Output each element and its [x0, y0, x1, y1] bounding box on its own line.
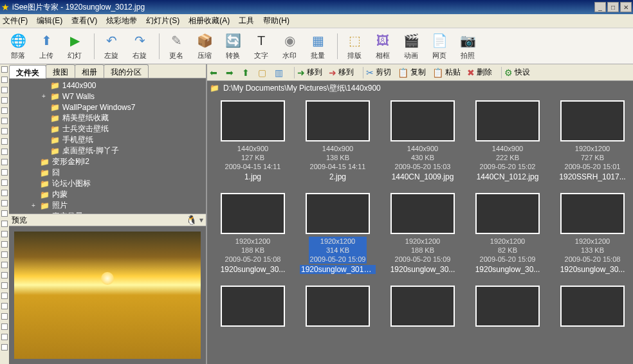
thumbnail[interactable]: 1920x1200727 KB2009-05-20 15:011920SSRH_… — [555, 100, 630, 181]
menu-item[interactable]: 工具 — [239, 15, 254, 26]
expand-icon[interactable]: + — [30, 202, 37, 209]
marker-checkbox[interactable] — [1, 282, 8, 289]
toolbar-更名[interactable]: ✎更名 — [163, 32, 189, 60]
thumbnail[interactable] — [385, 286, 461, 327]
marker-checkbox[interactable] — [1, 293, 8, 299]
marker-checkbox[interactable] — [1, 344, 8, 350]
thumbnail[interactable] — [470, 286, 546, 327]
marker-checkbox[interactable] — [1, 66, 8, 73]
menu-item[interactable]: 文件(F) — [3, 15, 28, 26]
toolbar-文字[interactable]: T文字 — [248, 32, 274, 60]
marker-checkbox[interactable] — [1, 231, 8, 237]
thumbnail[interactable]: 1920x1200133 KB2009-05-20 15:081920sungl… — [555, 193, 630, 274]
tree-node[interactable]: 📁WallPaper Windows7 — [9, 102, 206, 113]
minimize-button[interactable]: _ — [594, 2, 606, 12]
tree-node[interactable]: +📁W7 Walls — [9, 91, 206, 102]
thumbnail[interactable]: 1440x900222 KB2009-05-20 15:021440CN_101… — [470, 100, 546, 181]
marker-checkbox[interactable] — [1, 169, 8, 176]
tree-node[interactable]: 📁手机壁纸 — [9, 134, 206, 145]
thumbnail[interactable] — [555, 286, 630, 327]
action-移到[interactable]: ➜移到 — [329, 67, 354, 78]
marker-checkbox[interactable] — [1, 210, 8, 217]
tree-node[interactable]: 📁内蒙 — [9, 189, 206, 200]
menu-item[interactable]: 帮助(H) — [263, 15, 289, 26]
tree-node[interactable]: 📁桌面壁纸-脚丫子 — [9, 145, 206, 156]
toolbar-左旋[interactable]: ↶左旋 — [98, 32, 124, 60]
action-nav[interactable]: ➡ — [226, 68, 235, 78]
toolbar-排版[interactable]: ⬚排版 — [342, 32, 367, 60]
menu-item[interactable]: 相册收藏(A) — [188, 15, 230, 26]
preview-menu-icon[interactable]: ▾ — [199, 215, 203, 224]
action-复制[interactable]: 📋复制 — [398, 67, 426, 78]
action-nav[interactable]: ⬆ — [242, 68, 252, 78]
tree-node[interactable]: 📁变形金刚I2 — [9, 156, 206, 167]
tab-文件夹[interactable]: 文件夹 — [9, 65, 46, 78]
action-快设[interactable]: ⚙快设 — [504, 67, 530, 78]
toolbar-拍照[interactable]: 📷拍照 — [455, 32, 481, 60]
action-nav[interactable]: ▥ — [275, 68, 285, 78]
marker-checkbox[interactable] — [1, 190, 8, 196]
menu-item[interactable]: 炫彩地带 — [106, 15, 137, 26]
thumbnail[interactable]: 1920x120082 KB2009-05-20 15:091920sunglo… — [470, 193, 546, 274]
marker-checkbox[interactable] — [1, 97, 8, 104]
marker-checkbox[interactable] — [1, 313, 8, 320]
tree-node[interactable]: 📁论坛小图标 — [9, 178, 206, 189]
marker-checkbox[interactable] — [1, 159, 8, 165]
marker-checkbox[interactable] — [1, 200, 8, 206]
action-nav[interactable]: ⬅ — [210, 68, 219, 78]
thumbnail[interactable]: 1440x900127 KB2009-04-15 14:111.jpg — [215, 100, 291, 181]
action-粘贴[interactable]: 📋粘贴 — [432, 67, 461, 78]
marker-checkbox[interactable] — [1, 323, 8, 330]
thumbnail[interactable]: 1920x1200314 KB2009-05-20 15:091920sungl… — [300, 193, 376, 274]
marker-checkbox[interactable] — [1, 221, 8, 227]
toolbar-网页[interactable]: 📄网页 — [427, 32, 452, 60]
toolbar-转换[interactable]: 🔄转换 — [220, 32, 246, 60]
thumbnail[interactable]: 1920x1200188 KB2009-05-20 15:081920sungl… — [215, 193, 291, 274]
thumbnail[interactable]: 1440x900430 KB2009-05-20 15:031440CN_100… — [385, 100, 461, 181]
maximize-button[interactable]: □ — [607, 2, 619, 12]
expand-icon[interactable]: + — [40, 93, 48, 100]
action-剪切[interactable]: ✂剪切 — [366, 67, 391, 78]
tab-我的分区[interactable]: 我的分区 — [104, 64, 149, 78]
tree-node[interactable]: 📁精美壁纸收藏 — [9, 113, 206, 123]
marker-checkbox[interactable] — [1, 138, 8, 145]
toolbar-批量[interactable]: ▦批量 — [305, 32, 331, 60]
menu-item[interactable]: 编辑(E) — [37, 15, 62, 26]
toolbar-部落[interactable]: 🌐部落 — [5, 32, 31, 60]
tab-搜图[interactable]: 搜图 — [46, 64, 75, 78]
qq-icon[interactable]: 🐧 — [186, 215, 197, 225]
marker-checkbox[interactable] — [1, 77, 8, 83]
thumbnail[interactable] — [215, 286, 291, 327]
marker-checkbox[interactable] — [1, 128, 8, 134]
menu-item[interactable]: 幻灯片(S) — [146, 15, 179, 26]
marker-checkbox[interactable] — [1, 241, 8, 248]
tab-相册[interactable]: 相册 — [75, 64, 104, 78]
toolbar-相框[interactable]: 🖼相框 — [370, 32, 396, 60]
toolbar-右旋[interactable]: ↷右旋 — [127, 32, 152, 60]
marker-checkbox[interactable] — [1, 251, 8, 258]
action-nav[interactable]: ▢ — [258, 68, 268, 78]
marker-checkbox[interactable] — [1, 107, 8, 114]
marker-checkbox[interactable] — [1, 179, 8, 186]
toolbar-上传[interactable]: ⬆上传 — [33, 32, 59, 60]
menu-item[interactable]: 查看(V) — [71, 15, 97, 26]
toolbar-动画[interactable]: 🎬动画 — [398, 32, 424, 60]
toolbar-幻灯[interactable]: ▶幻灯 — [62, 32, 87, 60]
tree-node[interactable]: +📁照片 — [9, 200, 206, 211]
action-移到[interactable]: ➜移到 — [297, 67, 322, 78]
marker-checkbox[interactable] — [1, 118, 8, 124]
marker-checkbox[interactable] — [1, 303, 8, 309]
marker-checkbox[interactable] — [1, 87, 8, 93]
marker-checkbox[interactable] — [1, 272, 8, 278]
toolbar-压缩[interactable]: 📦压缩 — [192, 32, 217, 60]
tree-node[interactable]: 📁士兵突击壁纸 — [9, 123, 206, 134]
action-删除[interactable]: ✖删除 — [467, 67, 492, 78]
thumbnail[interactable]: 1440x900138 KB2009-04-15 14:112.jpg — [300, 100, 376, 181]
thumbnail[interactable]: 1920x1200188 KB2009-05-20 15:091920sungl… — [385, 193, 461, 274]
close-button[interactable]: ✕ — [620, 2, 632, 12]
marker-checkbox[interactable] — [1, 334, 8, 340]
thumbnail[interactable] — [300, 286, 376, 327]
tree-node[interactable]: 📁1440x900 — [9, 80, 206, 91]
marker-checkbox[interactable] — [1, 262, 8, 268]
path-input[interactable] — [223, 84, 630, 93]
